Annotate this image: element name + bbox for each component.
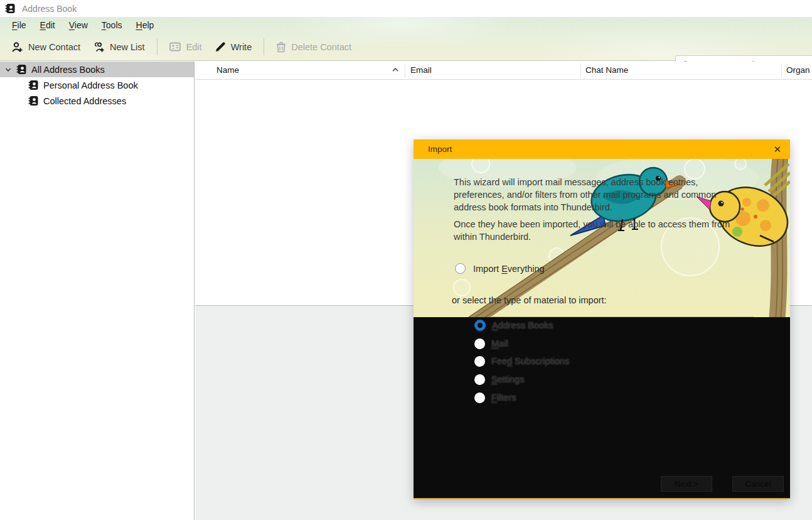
new-list-icon [93, 41, 105, 53]
option-label: Mail [491, 339, 508, 349]
option-label: Feed Subscriptions [491, 356, 569, 366]
address-books-sidebar: All Address Books Personal Address Book [0, 62, 195, 520]
sidebar-item-label: Collected Addresses [43, 96, 126, 106]
radio-filters[interactable] [474, 393, 485, 403]
new-list-button[interactable]: New List [87, 38, 151, 57]
radio-address-books[interactable] [474, 320, 486, 331]
new-list-label: New List [110, 42, 145, 52]
edit-contact-button[interactable]: Edit [163, 38, 208, 56]
write-label: Write [231, 42, 252, 52]
write-button[interactable]: Write [208, 38, 259, 57]
next-button[interactable]: Next > [661, 476, 712, 492]
option-settings[interactable]: Settings [474, 372, 524, 386]
option-address-books[interactable]: Address Books [474, 318, 553, 332]
menu-tools[interactable]: Tools [95, 18, 129, 32]
sidebar-item-label: All Address Books [31, 65, 105, 75]
list-header: Name Email Chat Name Organ [195, 62, 812, 80]
close-icon[interactable]: ✕ [773, 144, 781, 154]
address-book-window: Address Book File Edit View Tools Help N… [0, 0, 812, 520]
menu-file[interactable]: File [5, 18, 33, 32]
option-mail[interactable]: Mail [474, 337, 508, 350]
menu-help[interactable]: Help [129, 18, 161, 32]
sidebar-item-collected-addresses[interactable]: Collected Addresses [0, 93, 194, 109]
option-label: Filters [491, 393, 516, 403]
column-divider[interactable] [405, 63, 405, 78]
import-dialog-header: This wizard will import mail messages, a… [414, 159, 790, 317]
new-contact-button[interactable]: New Contact [5, 38, 87, 57]
column-divider[interactable] [580, 63, 581, 78]
sidebar-item-label: Personal Address Book [43, 80, 138, 90]
address-book-icon [28, 95, 39, 106]
import-access-paragraph: Once they have been imported, you will b… [454, 218, 754, 243]
column-header-organization[interactable]: Organ [786, 65, 810, 75]
column-header-email[interactable]: Email [410, 65, 432, 75]
chevron-down-icon[interactable] [4, 66, 12, 73]
radio-settings[interactable] [474, 374, 485, 385]
column-header-chat-name[interactable]: Chat Name [585, 65, 628, 75]
option-label: Settings [491, 374, 524, 384]
address-book-icon [16, 64, 27, 75]
address-book-icon [28, 80, 39, 90]
delete-trash-icon [276, 41, 286, 53]
toolbar-separator [264, 38, 264, 55]
menu-edit[interactable]: Edit [33, 18, 62, 32]
sidebar-item-personal-address-book[interactable]: Personal Address Book [0, 77, 194, 93]
radio-feed-subscriptions[interactable] [474, 356, 485, 367]
write-pencil-icon [215, 41, 226, 53]
import-intro-paragraph: This wizard will import mail messages, a… [454, 176, 754, 214]
new-contact-label: New Contact [28, 42, 80, 52]
menubar: File Edit View Tools Help [0, 17, 812, 33]
import-everything-label: Import Everything [473, 264, 545, 274]
sidebar-item-all-address-books[interactable]: All Address Books [0, 62, 194, 77]
column-header-name[interactable]: Name [216, 65, 239, 75]
delete-contact-button[interactable]: Delete Contact [270, 38, 358, 57]
select-type-prompt: or select the type of material to import… [452, 295, 607, 305]
column-divider[interactable] [781, 63, 782, 78]
cancel-button[interactable]: Cancel [732, 476, 784, 492]
import-dialog-body: Address Books Mail Feed Subscriptions Se… [414, 317, 790, 498]
option-feed-subscriptions[interactable]: Feed Subscriptions [474, 354, 569, 368]
delete-contact-label: Delete Contact [291, 42, 351, 52]
sort-ascending-icon[interactable] [392, 67, 399, 73]
import-dialog-titlebar: Import ✕ [414, 139, 790, 159]
import-dialog-title: Import [428, 144, 452, 154]
edit-contact-label: Edit [186, 42, 202, 52]
import-everything-option[interactable]: Import Everything [455, 263, 545, 274]
option-filters[interactable]: Filters [474, 391, 516, 404]
radio-import-everything[interactable] [455, 263, 466, 274]
address-book-app-icon [5, 3, 16, 14]
radio-mail[interactable] [474, 339, 485, 349]
titlebar: Address Book [0, 0, 812, 17]
menu-view[interactable]: View [62, 18, 95, 32]
new-contact-icon [11, 41, 23, 53]
menu-toolbar-band: File Edit View Tools Help New Contact [0, 17, 812, 61]
toolbar-separator [157, 38, 158, 55]
window-title: Address Book [22, 4, 77, 14]
option-label: Address Books [492, 320, 553, 330]
import-dialog: Import ✕ [414, 139, 790, 499]
edit-contact-icon [169, 42, 181, 51]
